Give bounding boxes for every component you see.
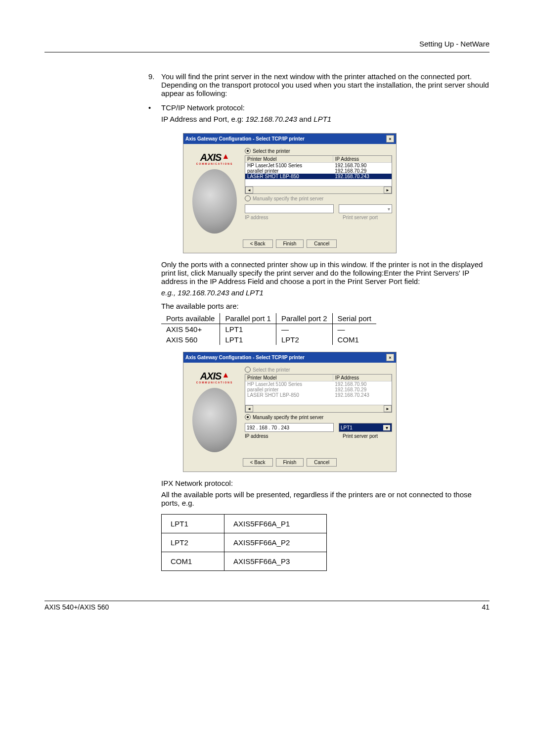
globe-image xyxy=(192,169,237,234)
option-select-printer-label: Select the printer xyxy=(253,367,290,373)
option-manual[interactable]: Manually specify the print server xyxy=(245,414,392,420)
printer-list[interactable]: Printer Model IP Address HP LaserJet 510… xyxy=(245,374,392,413)
printer-row[interactable]: parallel printer192.168.70.29 xyxy=(245,168,392,174)
footer-left: AXIS 540+/AXIS 560 xyxy=(44,603,109,611)
back-button[interactable]: < Back xyxy=(243,458,273,467)
tcpip-sub-a: IP Address and Port, e.g: xyxy=(161,115,246,123)
cancel-button[interactable]: Cancel xyxy=(307,239,337,248)
dialog-titlebar: Axis Gateway Configuration - Select TCP/… xyxy=(183,352,396,363)
scroll-right-icon[interactable]: ► xyxy=(384,187,392,193)
printer-list[interactable]: Printer Model IP Address HP LaserJet 510… xyxy=(245,155,392,194)
dialog-title-text: Axis Gateway Configuration - Select TCP/… xyxy=(185,136,305,142)
tcpip-sub-and: and xyxy=(297,115,313,123)
close-icon[interactable]: × xyxy=(386,354,394,361)
col-ports-available: Ports available xyxy=(161,313,220,324)
col-model: Printer Model xyxy=(245,375,333,381)
print-server-port-select[interactable]: ▾ xyxy=(339,204,392,213)
dialog-2-wrap: Axis Gateway Configuration - Select TCP/… xyxy=(183,352,490,472)
available-ports-table: Ports available Parallel port 1 Parallel… xyxy=(161,313,376,345)
horizontal-scrollbar[interactable]: ◄► xyxy=(245,405,392,412)
col-model: Printer Model xyxy=(245,156,333,163)
col-ip: IP Address xyxy=(333,375,391,381)
dialog-titlebar: Axis Gateway Configuration - Select TCP/… xyxy=(183,134,396,144)
radio-icon xyxy=(245,195,251,201)
tcpip-sub-ip: 192.168.70.243 xyxy=(246,115,297,123)
printer-row[interactable]: LASER SHOT LBP-850192.168.70.243 xyxy=(245,392,392,398)
dialog-1-wrap: Axis Gateway Configuration - Select TCP/… xyxy=(183,133,490,253)
after-dialog-text: Only the ports with a connected printer … xyxy=(161,260,490,285)
dialog-title-text: Axis Gateway Configuration - Select TCP/… xyxy=(185,355,305,360)
option-select-printer[interactable]: Select the printer xyxy=(245,148,392,154)
dialog-select-printer-1: Axis Gateway Configuration - Select TCP/… xyxy=(183,133,397,253)
label-port: Print server port xyxy=(343,215,392,220)
chevron-down-icon: ▾ xyxy=(388,206,390,212)
tcpip-heading: TCP/IP Network protocol: xyxy=(161,103,331,112)
finish-button[interactable]: Finish xyxy=(276,239,304,248)
axis-logo: AXIS▲ xyxy=(200,153,229,162)
horizontal-scrollbar[interactable]: ◄► xyxy=(245,186,392,193)
dialog-sidebar: AXIS▲ COMMUNICATIONS xyxy=(187,367,242,452)
axis-logo-sub: COMMUNICATIONS xyxy=(196,162,233,165)
ip-address-input[interactable]: 192 . 168 . 70 . 243 xyxy=(245,423,334,432)
ipx-ports-table: LPT1AXIS5FF66A_P1 LPT2AXIS5FF66A_P2 COM1… xyxy=(161,514,327,571)
close-icon[interactable]: × xyxy=(386,135,394,142)
printer-row[interactable]: HP LaserJet 5100 Series192.168.70.90 xyxy=(245,381,392,387)
dialog-select-printer-2: Axis Gateway Configuration - Select TCP/… xyxy=(183,352,397,472)
scroll-right-icon[interactable]: ► xyxy=(384,405,392,412)
radio-icon-selected xyxy=(245,148,251,154)
step-9: 9. You will find the print server in the… xyxy=(148,72,490,97)
scroll-left-icon[interactable]: ◄ xyxy=(245,187,253,193)
back-button[interactable]: < Back xyxy=(243,239,273,248)
axis-logo-sub: COMMUNICATIONS xyxy=(196,381,233,384)
option-manual[interactable]: Manually specify the print server xyxy=(245,195,392,201)
col-parallel-1: Parallel port 1 xyxy=(220,313,276,324)
tcpip-sub-port: LPT1 xyxy=(313,115,331,123)
radio-icon xyxy=(245,367,251,373)
label-port: Print server port xyxy=(343,433,392,439)
col-parallel-2: Parallel port 2 xyxy=(276,313,332,324)
table-row: AXIS 540+ LPT1 — — xyxy=(161,324,376,335)
printer-row[interactable]: HP LaserJet 5100 Series192.168.70.90 xyxy=(245,163,392,169)
label-ip: IP address xyxy=(245,215,338,220)
axis-logo: AXIS▲ xyxy=(200,372,229,380)
step-9-number: 9. xyxy=(148,72,161,97)
option-select-printer-label: Select the printer xyxy=(253,148,290,154)
step-9-text: You will find the print server in the ne… xyxy=(161,72,490,97)
cancel-button[interactable]: Cancel xyxy=(307,458,337,467)
finish-button[interactable]: Finish xyxy=(276,458,304,467)
ipx-heading: IPX Network protocol: xyxy=(161,479,490,487)
manual-inputs: 192 . 168 . 70 . 243 LPT1▾ xyxy=(245,423,392,432)
ipx-body: All the available ports will be presente… xyxy=(161,490,490,507)
available-ports-label: The available ports are: xyxy=(161,302,490,310)
option-manual-label: Manually specify the print server xyxy=(253,196,323,201)
tcpip-subline: IP Address and Port, e.g: 192.168.70.243… xyxy=(161,115,331,123)
tcpip-bullet: • TCP/IP Network protocol: IP Address an… xyxy=(148,103,490,126)
table-row: AXIS 560 LPT1 LPT2 COM1 xyxy=(161,334,376,345)
ip-address-input[interactable] xyxy=(245,204,334,213)
page-header: Setting Up - NetWare xyxy=(44,40,490,52)
manual-inputs: ▾ xyxy=(245,204,392,213)
option-select-printer[interactable]: Select the printer xyxy=(245,367,392,373)
dialog-sidebar: AXIS▲ COMMUNICATIONS xyxy=(187,148,242,234)
page-footer: AXIS 540+/AXIS 560 41 xyxy=(44,601,490,611)
page-number: 41 xyxy=(482,603,490,611)
globe-image xyxy=(192,388,237,452)
printer-row-selected[interactable]: LASER SHOT LBP-850192.168.70.243 xyxy=(245,174,392,179)
chevron-down-icon: ▾ xyxy=(383,425,390,430)
table-row: LPT2AXIS5FF66A_P2 xyxy=(162,533,327,552)
printer-row[interactable]: parallel printer192.168.70.29 xyxy=(245,387,392,392)
bullet-icon: • xyxy=(148,103,161,126)
table-row: COM1AXIS5FF66A_P3 xyxy=(162,552,327,571)
option-manual-label: Manually specify the print server xyxy=(253,415,323,420)
after-dialog-eg: e.g., 192.168.70.243 and LPT1 xyxy=(161,288,490,297)
scroll-left-icon[interactable]: ◄ xyxy=(245,405,253,412)
label-ip: IP address xyxy=(245,433,338,439)
radio-icon-selected xyxy=(245,414,251,420)
col-ip: IP Address xyxy=(333,156,391,163)
col-serial: Serial port xyxy=(332,313,376,324)
table-row: LPT1AXIS5FF66A_P1 xyxy=(162,515,327,533)
print-server-port-select[interactable]: LPT1▾ xyxy=(339,423,392,432)
